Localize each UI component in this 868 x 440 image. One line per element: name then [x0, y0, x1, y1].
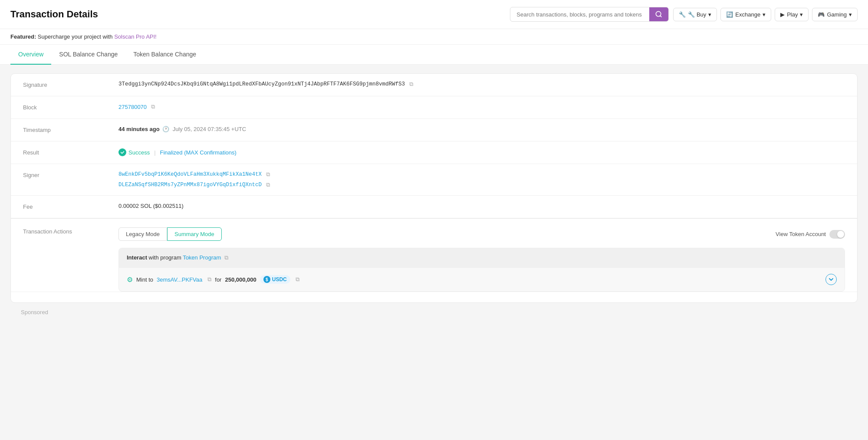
interact-header: Interact with program Token Program ⧉ — [119, 248, 845, 268]
buy-icon: 🔧 — [679, 11, 686, 18]
page-title: Transaction Details — [10, 9, 98, 20]
view-token-account-label: View Token Account — [776, 231, 826, 237]
usdc-icon: $ — [263, 276, 270, 283]
mint-address-link[interactable]: 3emsAV...PKFVaa — [157, 276, 202, 283]
signer-address-2[interactable]: DLEZaNSqfSHB2RMs7yZPnMMx87igoVYGqD1xfiQX… — [118, 182, 262, 188]
timestamp-relative: 44 minutes ago — [118, 126, 160, 132]
main-content: Signature 3Tedggi3ynCNp924DcsJKbq9iGNtqA… — [0, 65, 868, 330]
view-token-account-toggle[interactable] — [829, 230, 845, 239]
mode-toggle-bar: Legacy Mode Summary Mode View Token Acco… — [118, 227, 845, 241]
success-circle-icon — [118, 148, 126, 156]
transaction-actions-label: Transaction Actions — [23, 227, 118, 235]
tab-overview[interactable]: Overview — [10, 45, 51, 65]
result-value: Success | Finalized (MAX Confirmations) — [118, 148, 845, 156]
fee-row: Fee 0.00002 SOL ($0.002511) — [11, 196, 857, 218]
signature-value: 3Tedggi3ynCNp924DcsJKbq9iGNtqA8Wgi1pdLRe… — [118, 81, 845, 88]
interact-label: Interact — [127, 254, 147, 261]
mint-icon: ⚙ — [127, 276, 133, 284]
gaming-button[interactable]: 🎮 Gaming ▾ — [812, 8, 858, 21]
legacy-mode-button[interactable]: Legacy Mode — [118, 227, 167, 241]
timestamp-row: Timestamp 44 minutes ago 🕐 July 05, 2024… — [11, 119, 857, 141]
featured-label: Featured: — [10, 33, 36, 40]
search-input[interactable] — [510, 8, 649, 21]
play-chevron-icon: ▾ — [800, 11, 803, 18]
usdc-copy-icon[interactable]: ⧉ — [296, 276, 299, 283]
result-label: Result — [23, 148, 118, 156]
search-box — [510, 7, 669, 22]
play-icon: ▶ — [780, 11, 785, 18]
fee-amount: 0.00002 SOL ($0.002511) — [118, 203, 184, 209]
result-status: Success — [128, 149, 150, 156]
exchange-button[interactable]: 🔄 Exchange ▾ — [720, 8, 771, 21]
result-row: Result Success | Finalized (MAX Confirma… — [11, 141, 857, 164]
block-label: Block — [23, 103, 118, 111]
block-link[interactable]: 275780070 — [118, 104, 147, 110]
interact-block: Interact with program Token Program ⧉ ⚙ … — [118, 248, 845, 292]
block-value: 275780070 ⧉ — [118, 103, 845, 110]
details-card: Signature 3Tedggi3ynCNp924DcsJKbq9iGNtqA… — [10, 73, 858, 303]
search-button[interactable] — [649, 7, 668, 21]
program-copy-icon[interactable]: ⧉ — [224, 254, 228, 261]
clock-icon: 🕐 — [162, 126, 169, 132]
tab-token-balance[interactable]: Token Balance Change — [125, 45, 204, 65]
signature-row: Signature 3Tedggi3ynCNp924DcsJKbq9iGNtqA… — [11, 74, 857, 96]
buy-label: 🔧 Buy — [688, 11, 706, 18]
signer-address-2-row: DLEZaNSqfSHB2RMs7yZPnMMx87igoVYGqD1xfiQX… — [118, 181, 270, 188]
mode-buttons: Legacy Mode Summary Mode — [118, 227, 222, 241]
mint-address-copy-icon[interactable]: ⧉ — [207, 276, 211, 283]
fee-label: Fee — [23, 203, 118, 210]
result-separator: | — [154, 149, 155, 156]
usdc-label: USDC — [272, 276, 287, 282]
signature-copy-icon[interactable]: ⧉ — [409, 81, 413, 88]
top-right: 🔧 🔧 Buy ▾ 🔄 Exchange ▾ ▶ Play ▾ 🎮 Gaming… — [510, 7, 858, 22]
gaming-icon: 🎮 — [818, 11, 825, 18]
timestamp-detail: 🕐 July 05, 2024 07:35:45 +UTC — [162, 126, 246, 132]
exchange-label: Exchange — [735, 11, 760, 18]
transaction-actions-row: Transaction Actions Legacy Mode Summary … — [11, 219, 857, 292]
signer-value: 8wEnkDFv5bqP1K6KeQdoVLFaHm3XukkqMFikXa1N… — [118, 171, 845, 188]
interact-with-label: with program — [149, 254, 181, 261]
gaming-label: Gaming — [827, 11, 847, 18]
signature-label: Signature — [23, 81, 118, 88]
signer-row: Signer 8wEnkDFv5bqP1K6KeQdoVLFaHm3XukkqM… — [11, 164, 857, 196]
signer-address-1-row: 8wEnkDFv5bqP1K6KeQdoVLFaHm3XukkqMFikXa1N… — [118, 171, 270, 178]
bottom-spacer — [11, 292, 857, 302]
view-token-account-group: View Token Account — [776, 230, 845, 239]
signature-hash: 3Tedggi3ynCNp924DcsJKbq9iGNtqA8Wgi1pdLRe… — [118, 81, 405, 87]
search-icon — [655, 11, 662, 18]
tab-sol-balance[interactable]: SOL Balance Change — [51, 45, 125, 65]
play-button[interactable]: ▶ Play ▾ — [775, 8, 809, 21]
nav-buttons: 🔧 🔧 Buy ▾ 🔄 Exchange ▾ ▶ Play ▾ 🎮 Gaming… — [673, 8, 858, 21]
result-finalized: Finalized (MAX Confirmations) — [160, 149, 237, 156]
checkmark-icon — [120, 150, 125, 154]
expand-button[interactable] — [825, 274, 837, 285]
top-bar: Transaction Details 🔧 🔧 Buy ▾ 🔄 Exchange… — [0, 0, 868, 29]
transaction-actions-content: Legacy Mode Summary Mode View Token Acco… — [118, 227, 845, 292]
token-program-link[interactable]: Token Program — [183, 254, 221, 261]
block-row: Block 275780070 ⧉ — [11, 96, 857, 119]
featured-text: Supercharge your project with — [38, 33, 114, 40]
exchange-icon: 🔄 — [726, 11, 733, 18]
timestamp-label: Timestamp — [23, 126, 118, 133]
buy-chevron-icon: ▾ — [708, 11, 711, 18]
timestamp-absolute: July 05, 2024 07:35:45 +UTC — [173, 126, 246, 132]
signer-label: Signer — [23, 171, 118, 178]
summary-mode-button[interactable]: Summary Mode — [167, 227, 222, 241]
sponsored-bar: Sponsored — [10, 303, 858, 322]
chevron-down-icon — [829, 277, 834, 282]
fee-value: 0.00002 SOL ($0.002511) — [118, 203, 845, 209]
signer-2-copy-icon[interactable]: ⧉ — [266, 181, 270, 188]
buy-button[interactable]: 🔧 🔧 Buy ▾ — [673, 8, 717, 21]
featured-link[interactable]: Solscan Pro API! — [114, 33, 157, 40]
for-label: for — [215, 276, 221, 283]
mint-amount: 250,000,000 — [225, 276, 256, 283]
signer-address-1[interactable]: 8wEnkDFv5bqP1K6KeQdoVLFaHm3XukkqMFikXa1N… — [118, 171, 262, 177]
timestamp-value: 44 minutes ago 🕐 July 05, 2024 07:35:45 … — [118, 126, 845, 132]
featured-bar: Featured: Supercharge your project with … — [0, 29, 868, 45]
success-badge: Success — [118, 148, 150, 156]
signer-1-copy-icon[interactable]: ⧉ — [266, 171, 270, 178]
gaming-chevron-icon: ▾ — [849, 11, 852, 18]
tabs-bar: Overview SOL Balance Change Token Balanc… — [0, 45, 868, 65]
mint-label: Mint to — [136, 276, 153, 283]
block-copy-icon[interactable]: ⧉ — [151, 103, 155, 110]
